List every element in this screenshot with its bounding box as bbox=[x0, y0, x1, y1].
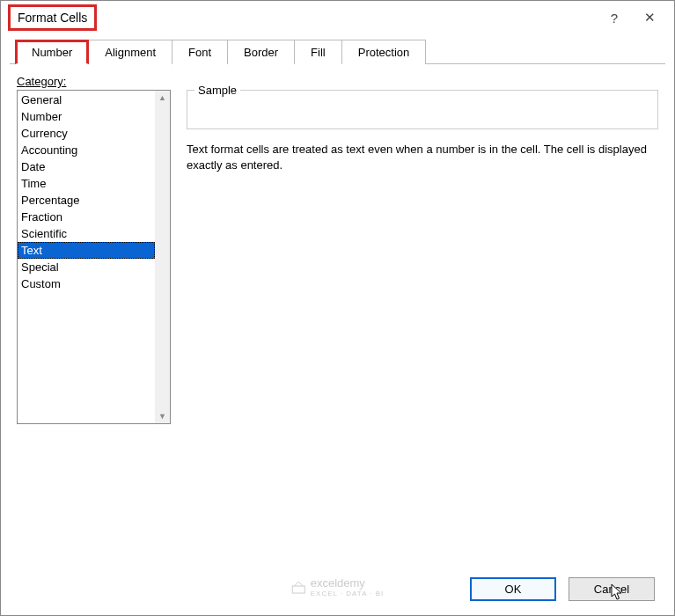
watermark: exceldemy EXCEL · DATA · BI bbox=[291, 576, 385, 598]
close-button[interactable]: ✕ bbox=[632, 4, 667, 31]
tab-fill[interactable]: Fill bbox=[295, 40, 342, 64]
sample-box: Sample bbox=[187, 84, 658, 129]
category-label: Category: bbox=[17, 75, 171, 88]
tab-border[interactable]: Border bbox=[228, 40, 295, 64]
category-item-general[interactable]: General bbox=[18, 92, 155, 108]
category-item-scientific[interactable]: Scientific bbox=[18, 225, 155, 242]
svg-rect-0 bbox=[292, 586, 304, 593]
category-item-percentage[interactable]: Percentage bbox=[18, 192, 155, 209]
watermark-brand: exceldemy bbox=[311, 576, 385, 590]
category-item-special[interactable]: Special bbox=[18, 259, 155, 275]
category-listbox[interactable]: General Number Currency Accounting Date … bbox=[17, 90, 171, 424]
cancel-button[interactable]: Cancel bbox=[569, 577, 655, 601]
category-item-fraction[interactable]: Fraction bbox=[18, 209, 155, 225]
ok-button[interactable]: OK bbox=[470, 577, 556, 601]
content-area: Category: General Number Currency Accoun… bbox=[1, 64, 674, 424]
titlebar: Format Cells ? ✕ bbox=[1, 1, 674, 34]
category-column: Category: General Number Currency Accoun… bbox=[17, 75, 171, 424]
category-item-text[interactable]: Text bbox=[18, 242, 155, 259]
tab-protection[interactable]: Protection bbox=[342, 40, 427, 64]
watermark-sub: EXCEL · DATA · BI bbox=[311, 590, 385, 598]
category-items: General Number Currency Accounting Date … bbox=[18, 91, 155, 423]
watermark-icon bbox=[291, 580, 305, 594]
category-item-number[interactable]: Number bbox=[18, 108, 155, 125]
window-title: Format Cells bbox=[8, 4, 97, 31]
category-item-accounting[interactable]: Accounting bbox=[18, 142, 155, 158]
dialog-footer: OK Cancel bbox=[470, 577, 655, 601]
tab-number[interactable]: Number bbox=[15, 40, 89, 64]
tab-alignment[interactable]: Alignment bbox=[89, 40, 172, 64]
help-button[interactable]: ? bbox=[597, 4, 632, 31]
details-column: Sample Text format cells are treated as … bbox=[187, 75, 658, 424]
scroll-down-icon[interactable]: ▼ bbox=[158, 409, 166, 423]
category-item-currency[interactable]: Currency bbox=[18, 125, 155, 142]
tab-font[interactable]: Font bbox=[172, 40, 228, 64]
category-item-date[interactable]: Date bbox=[18, 158, 155, 175]
category-item-time[interactable]: Time bbox=[18, 175, 155, 192]
format-description: Text format cells are treated as text ev… bbox=[187, 142, 658, 173]
sample-legend: Sample bbox=[194, 84, 240, 97]
scroll-up-icon[interactable]: ▲ bbox=[158, 91, 166, 105]
listbox-scrollbar[interactable]: ▲ ▼ bbox=[155, 91, 170, 423]
category-item-custom[interactable]: Custom bbox=[18, 275, 155, 292]
tabs-row: Number Alignment Font Border Fill Protec… bbox=[10, 40, 665, 64]
